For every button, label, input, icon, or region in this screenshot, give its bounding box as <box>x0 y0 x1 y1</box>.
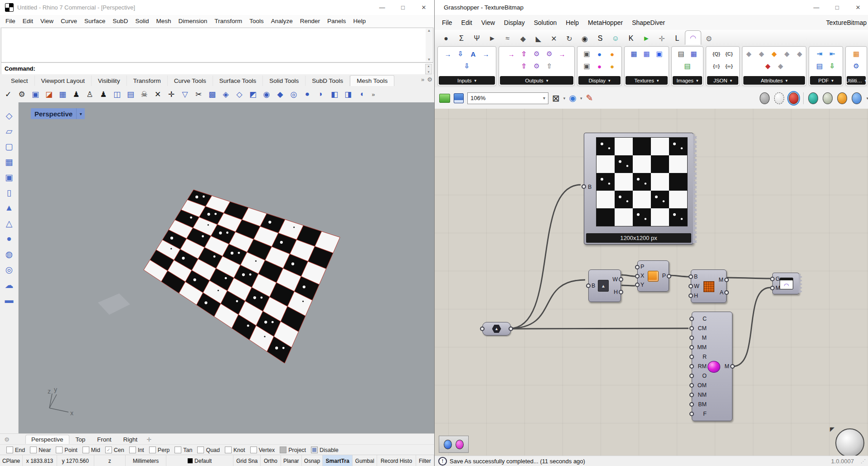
image-photo-icon[interactable]: ▤ <box>682 60 693 72</box>
osnap-checkbox[interactable] <box>280 447 286 453</box>
mesh-grid-icon[interactable]: ▦ <box>2 155 16 168</box>
osnap-toggle[interactable]: Near <box>30 447 51 453</box>
osnap-toggle[interactable]: Perp <box>149 447 170 453</box>
osnap-toggle[interactable]: Tan <box>175 447 192 453</box>
display-caret-icon[interactable]: ▾ <box>866 96 868 101</box>
canvas-trackball[interactable] <box>835 428 864 456</box>
preview-wireframe-icon[interactable] <box>774 92 784 104</box>
s-plugin-tab-icon[interactable]: S <box>592 32 608 45</box>
toolbar-tab[interactable]: Curve Tools <box>168 76 213 86</box>
export-dwg-icon[interactable]: ⚙ <box>544 48 555 60</box>
minimize-button[interactable]: — <box>372 0 393 15</box>
status-cell[interactable]: Millimeters <box>126 455 166 466</box>
osnap-toggle[interactable]: Int <box>129 447 144 453</box>
osnap-toggle[interactable]: Project <box>280 447 306 453</box>
bitmap-param-node[interactable]: ▲ <box>482 322 511 336</box>
preview-shaded-icon[interactable] <box>789 92 799 104</box>
window-arrow-icon[interactable]: ▣ <box>582 60 592 72</box>
export-tag-icon[interactable]: ⇧ <box>544 60 555 72</box>
toolbar-tab[interactable]: Solid Tools <box>263 76 305 86</box>
node-input[interactable]: P <box>638 264 647 270</box>
status-cell[interactable]: Filter <box>416 455 434 466</box>
node-input[interactable]: B <box>588 184 592 190</box>
mirror-viewport-icon[interactable]: ▣ <box>29 88 42 101</box>
gh-canvas[interactable]: B 1200x1200 px ▲ B ▲ WH PXY P <box>435 109 868 456</box>
node-input[interactable]: M <box>692 335 709 341</box>
image-doc-icon[interactable]: ▤ <box>676 48 687 60</box>
material-blue-icon[interactable]: ● <box>594 48 605 60</box>
l-plugin-tab-icon[interactable]: L <box>669 32 685 45</box>
gh-menu-item[interactable]: File <box>437 19 457 26</box>
osnap-toggle[interactable]: ✓ Cen <box>105 447 124 453</box>
pdf-download-icon[interactable]: ⇩ <box>827 60 838 72</box>
palette-group-header[interactable]: Outputs▾ <box>500 76 573 85</box>
node-input[interactable]: OM <box>692 383 709 389</box>
widget-magenta-blob-icon[interactable] <box>456 440 464 449</box>
node-output[interactable]: A <box>716 290 726 296</box>
mesh-plane-icon[interactable]: ◇ <box>2 109 16 122</box>
node-input[interactable]: MM <box>692 345 709 351</box>
rhino-menu-item[interactable]: Analyze <box>267 18 296 24</box>
palette-group-header[interactable]: Attributes▾ <box>743 76 805 85</box>
zoom-extents-caret-icon[interactable]: ▾ <box>563 96 566 101</box>
preview-off-icon[interactable] <box>760 92 770 104</box>
vector-tab-icon[interactable]: ► <box>485 32 500 45</box>
palette-group-header[interactable]: Utiliti…▾ <box>847 76 866 85</box>
display-tab-icon[interactable]: ◉ <box>577 32 592 45</box>
draft-analysis-icon[interactable]: ◪ <box>43 88 55 101</box>
tag-sphere-icon[interactable]: ◆ <box>743 48 754 60</box>
osnap-checkbox[interactable]: ✓ <box>105 447 112 453</box>
open-file-icon[interactable] <box>439 94 450 103</box>
walk-vertical-icon[interactable]: ♙ <box>83 88 96 101</box>
node-input[interactable]: F <box>692 411 709 417</box>
bitmap-plugin-tab-icon[interactable]: ◠ <box>685 30 701 45</box>
mesh-tab-icon[interactable]: ◣ <box>531 32 546 45</box>
viewport-tab[interactable]: Right <box>118 435 143 444</box>
pdf-collapse-h-icon[interactable]: ⇥ <box>814 48 825 60</box>
zoom-level-select[interactable]: 106% ▾ <box>467 92 548 104</box>
gh-menu-item[interactable]: View <box>477 19 499 26</box>
json-query-icon[interactable]: {Q} <box>711 48 722 60</box>
tshirt-plugin-tab-icon[interactable]: ✛ <box>654 32 669 45</box>
viewport-title-tab[interactable]: Perspective ▾ <box>31 108 85 119</box>
purge-bucket-icon[interactable]: ◫ <box>111 88 123 101</box>
gh-menu-item[interactable]: Display <box>499 19 529 26</box>
resize-grip-icon[interactable]: ⋰ <box>861 458 866 464</box>
status-cell[interactable]: Gumbal <box>353 455 377 466</box>
command-spinner[interactable]: ▴ ▾ <box>425 64 432 74</box>
maths-tab-icon[interactable]: Σ <box>454 32 469 45</box>
material-pink-icon[interactable]: ● <box>594 60 605 72</box>
node-input[interactable]: H <box>691 293 702 299</box>
mesh-box-icon[interactable]: ▣ <box>2 170 16 184</box>
eye-caret-icon[interactable]: ▾ <box>580 96 582 101</box>
rhino-menu-item[interactable]: View <box>37 18 57 24</box>
status-cell[interactable]: Default <box>166 455 234 466</box>
osnap-toggle[interactable]: Mid <box>82 447 100 453</box>
save-file-icon[interactable] <box>454 93 464 103</box>
status-cell[interactable]: Planar <box>281 455 302 466</box>
status-cell[interactable]: z <box>94 455 126 466</box>
osnap-toggle[interactable]: End <box>6 447 25 453</box>
tag-flash-icon[interactable]: ◆ <box>769 48 780 60</box>
import-geometry-icon[interactable]: → <box>442 48 453 60</box>
node-input[interactable]: W <box>691 283 702 289</box>
zoom-extents-icon[interactable]: ⊠ <box>552 93 560 104</box>
import-image-icon[interactable]: ⇩ <box>455 48 466 60</box>
curve-tab-icon[interactable]: ≈ <box>500 32 515 45</box>
node-input[interactable]: NM <box>692 392 709 398</box>
command-history[interactable]: ▲ ▼ <box>1 28 433 62</box>
palette-group-header[interactable]: Textures▾ <box>626 76 668 85</box>
mesh-blob-icon[interactable]: ☁ <box>2 278 16 292</box>
rhino-menu-item[interactable]: Transform <box>211 18 246 24</box>
walk-forward-icon[interactable]: ♟ <box>97 88 110 101</box>
canvas-preview-widget[interactable] <box>439 436 469 453</box>
tag-second-icon[interactable]: ◆ <box>781 48 792 60</box>
split-mesh-icon[interactable]: ✂ <box>192 88 205 101</box>
transform-tab-icon[interactable]: ↻ <box>562 32 577 45</box>
k-plugin-tab-icon[interactable]: K <box>623 32 639 45</box>
status-cell[interactable]: SmartTra <box>323 455 353 466</box>
osnap-checkbox[interactable] <box>149 447 156 453</box>
tag-edit-icon[interactable]: ◆ <box>762 60 773 72</box>
mesh-from-bitmap-node[interactable]: BWH MA <box>691 269 727 303</box>
node-output[interactable]: M <box>716 277 726 283</box>
